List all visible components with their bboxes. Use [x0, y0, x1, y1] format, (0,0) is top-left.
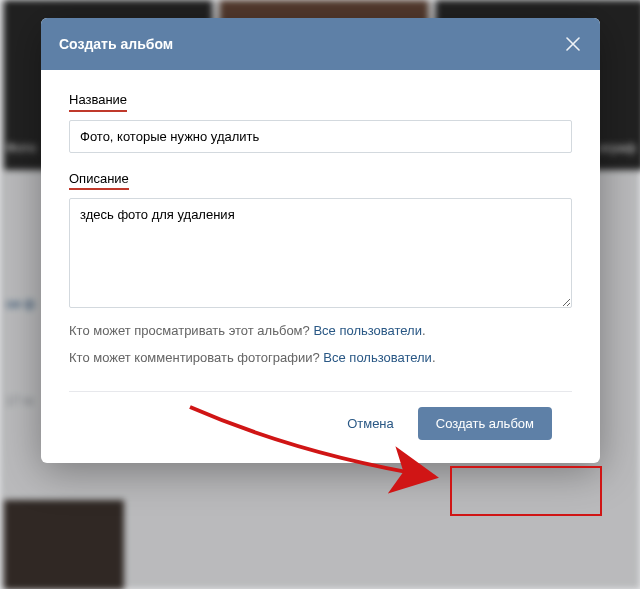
- privacy-view-line: Кто может просматривать этот альбом? Все…: [69, 323, 572, 338]
- modal-title: Создать альбом: [59, 36, 173, 52]
- privacy-comment-line: Кто может комментировать фотографии? Все…: [69, 350, 572, 365]
- modal-header: Создать альбом: [41, 18, 600, 70]
- modal-footer: Отмена Создать альбом: [69, 391, 572, 455]
- privacy-comment-value[interactable]: Все пользователи: [323, 350, 432, 365]
- privacy-suffix: .: [432, 350, 436, 365]
- description-label: Описание: [69, 171, 129, 191]
- close-icon: [566, 37, 580, 51]
- cancel-button[interactable]: Отмена: [343, 408, 398, 439]
- album-description-input[interactable]: здесь фото для удаления: [69, 198, 572, 308]
- album-name-input[interactable]: [69, 120, 572, 153]
- privacy-view-question: Кто может просматривать этот альбом?: [69, 323, 310, 338]
- privacy-suffix: .: [422, 323, 426, 338]
- close-button[interactable]: [564, 35, 582, 53]
- privacy-view-value[interactable]: Все пользователи: [313, 323, 422, 338]
- privacy-comment-question: Кто может комментировать фотографии?: [69, 350, 320, 365]
- create-album-modal: Создать альбом Название Описание здесь ф…: [41, 18, 600, 463]
- modal-body: Название Описание здесь фото для удалени…: [41, 70, 600, 463]
- create-album-button[interactable]: Создать альбом: [418, 407, 552, 440]
- name-label: Название: [69, 92, 127, 112]
